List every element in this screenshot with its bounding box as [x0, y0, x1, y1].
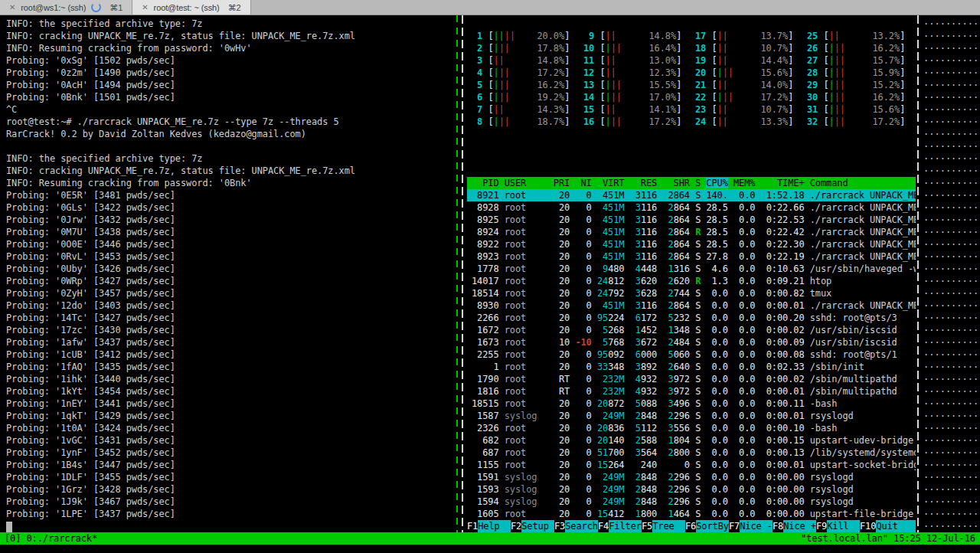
- terminal-line: Probing: '1fAQ' [3435 pwds/sec]: [6, 361, 453, 373]
- cpu-meter-row: 8 [||| 18.7%]16 [||| 17.2%]24 [|| 13.3%]…: [467, 116, 916, 128]
- cpu-meter-row: 7 [|| 14.3%]15 [|| 14.1%]23 [|| 10.7%]31…: [467, 103, 916, 116]
- process-row[interactable]: 18515 root 20 0 20872 5088 3496 S 0.0 0.…: [467, 398, 916, 410]
- tab-ws1[interactable]: ✕ root@ws1:~ (ssh) ⌘1: [0, 0, 132, 15]
- process-row[interactable]: 1155 root 20 0 15264 240 0 S 0.0 0.0 0:0…: [467, 459, 916, 471]
- terminal-line: INFO: the specified archive type: 7z: [6, 152, 453, 165]
- fkey-label[interactable]: Filter: [609, 520, 642, 532]
- dotted-line: ··········: [923, 91, 980, 103]
- fkey-label[interactable]: Kill: [827, 520, 860, 532]
- fkey-f1[interactable]: F1: [467, 520, 478, 532]
- tab-shortcut: ⌘1: [109, 2, 122, 14]
- fkey-label[interactable]: Help: [478, 520, 511, 532]
- fkey-label[interactable]: Setup: [521, 520, 554, 532]
- dotted-line: ··········: [923, 398, 980, 410]
- process-row[interactable]: 8921 root 20 0 451M 3116 2864 S 140. 0.0…: [467, 189, 916, 201]
- process-row[interactable]: 1790 root RT 0 232M 4932 3972 S 0.0 0.0 …: [467, 373, 916, 385]
- tab-bar: ✕ root@ws1:~ (ssh) ⌘1 ✕ root@test: ~ (ss…: [0, 0, 980, 15]
- terminal-line: Probing: '1J9k' [3467 pwds/sec]: [6, 496, 453, 508]
- load-average: Load average: 6.76 4.66 2.70: [670, 140, 877, 152]
- terminal-line: INFO: the specified archive type: 7z: [6, 18, 453, 30]
- fkey-f8[interactable]: F8: [773, 520, 783, 532]
- fkey-f3[interactable]: F3: [554, 520, 565, 532]
- tab-title: root@test: ~ (ssh): [154, 2, 220, 14]
- dotted-line: ··········: [923, 434, 980, 447]
- dotted-line: ··········: [923, 287, 980, 299]
- terminal-line: Probing: '1vGC' [3431 pwds/sec]: [6, 434, 453, 447]
- terminal-line: INFO: cracking UNPACK_ME_re.7z, status f…: [6, 30, 453, 42]
- fkey-label[interactable]: SortBy: [696, 520, 729, 532]
- terminal-line: INFO: Resuming cracking from password: '…: [6, 42, 453, 54]
- terminal-line: Probing: '1ihk' [3440 pwds/sec]: [6, 373, 453, 385]
- process-row[interactable]: 1 root 20 0 33348 3892 2640 S 0.0 0.0 0:…: [467, 361, 916, 373]
- tab-title: root@ws1:~ (ssh): [21, 2, 86, 14]
- dotted-line: ··········: [923, 238, 980, 250]
- fkey-f10[interactable]: F10: [860, 520, 876, 532]
- fkey-f2[interactable]: F2: [511, 520, 521, 532]
- process-row[interactable]: 1594 syslog 20 0 249M 2848 2296 S 0.0 0.…: [467, 496, 916, 508]
- status-host-clock: "test.local.lan" 15:25 12-Jul-16: [801, 532, 975, 545]
- dotted-line: ··········: [923, 483, 980, 496]
- process-row[interactable]: 8924 root 20 0 451M 3116 2864 R 28.5 0.0…: [467, 226, 916, 238]
- dotted-line: ··········: [923, 189, 980, 201]
- process-row[interactable]: 687 root 20 0 51700 3564 2800 S 0.0 0.0 …: [467, 447, 916, 459]
- dotted-line: ··········: [923, 103, 980, 116]
- dotted-line: ··········: [923, 152, 980, 165]
- terminal-line: Probing: '17zc' [3430 pwds/sec]: [6, 324, 453, 336]
- process-row[interactable]: 1587 syslog 20 0 249M 2848 2296 S 0.0 0.…: [467, 410, 916, 422]
- fkey-f4[interactable]: F4: [598, 520, 609, 532]
- process-row[interactable]: 2255 root 20 0 95092 6000 5060 S 0.0 0.0…: [467, 348, 916, 361]
- terminal-content: INFO: the specified archive type: 7zINFO…: [0, 15, 980, 532]
- terminal-line: Probing: '12do' [3403 pwds/sec]: [6, 299, 453, 312]
- process-row[interactable]: 18514 root 20 0 24792 3628 2744 S 0.0 0.…: [467, 287, 916, 299]
- fkey-label[interactable]: Search: [565, 520, 598, 532]
- fkey-label[interactable]: Tree: [652, 520, 685, 532]
- process-row[interactable]: 2326 root 20 0 20836 5112 3556 S 0.0 0.0…: [467, 422, 916, 434]
- fkey-label[interactable]: Quit: [876, 520, 909, 532]
- process-row[interactable]: 14017 root 20 0 24812 3620 2620 R 1.3 0.…: [467, 275, 916, 287]
- terminal-line: Probing: '1afw' [3437 pwds/sec]: [6, 336, 453, 348]
- terminal-line: Probing: '0E5R' [3481 pwds/sec]: [6, 189, 453, 201]
- process-table-header[interactable]: PID USER PRI NI VIRT RES SHR S CPU% MEM%…: [467, 177, 916, 189]
- process-row[interactable]: 1605 root 20 0 15412 1800 1464 S 0.0 0.0…: [467, 508, 916, 520]
- process-row[interactable]: 2266 root 20 0 95224 6172 5232 S 0.0 0.0…: [467, 312, 916, 324]
- right-pane[interactable]: ········································…: [923, 15, 980, 532]
- process-row[interactable]: 1591 syslog 20 0 249M 2848 2296 S 0.0 0.…: [467, 471, 916, 483]
- tab-shortcut: ⌘2: [228, 2, 241, 14]
- close-icon[interactable]: ✕: [142, 2, 148, 14]
- process-row[interactable]: 1778 root 20 0 9480 4448 1316 S 4.6 0.0 …: [467, 263, 916, 275]
- uptime: Uptime: 00:18:35: [670, 152, 812, 165]
- status-session-window[interactable]: [0] 0:./rarcrack*: [5, 532, 97, 545]
- close-icon[interactable]: ✕: [9, 2, 15, 14]
- dotted-line: ··········: [923, 250, 980, 263]
- process-row[interactable]: 8925 root 20 0 451M 3116 2864 S 28.5 0.0…: [467, 214, 916, 226]
- process-row[interactable]: 8930 root 20 0 451M 3116 2864 S 0.0 0.0 …: [467, 299, 916, 312]
- fkey-f5[interactable]: F5: [642, 520, 652, 532]
- dotted-line: ··········: [923, 226, 980, 238]
- process-row[interactable]: 8923 root 20 0 451M 3116 2864 S 27.8 0.0…: [467, 250, 916, 263]
- terminal-line: Probing: '0z2m' [1490 pwds/sec]: [6, 67, 453, 79]
- rarcrack-pane[interactable]: INFO: the specified archive type: 7zINFO…: [0, 15, 453, 532]
- fkey-f6[interactable]: F6: [685, 520, 696, 532]
- process-row[interactable]: 682 root 20 0 20140 2588 1804 S 0.0 0.0 …: [467, 434, 916, 447]
- terminal-line: Probing: '0Jrw' [3432 pwds/sec]: [6, 214, 453, 226]
- dotted-line: ··········: [923, 496, 980, 508]
- dotted-line: ··········: [923, 373, 980, 385]
- fkey-f7[interactable]: F7: [729, 520, 740, 532]
- process-row[interactable]: 8928 root 20 0 451M 3116 2864 S 28.5 0.0…: [467, 201, 916, 214]
- process-row[interactable]: 8922 root 20 0 451M 3116 2864 S 28.5 0.0…: [467, 238, 916, 250]
- fkey-f9[interactable]: F9: [816, 520, 827, 532]
- pane-border-green: [456, 15, 458, 532]
- fkey-label[interactable]: Nice +: [783, 520, 816, 532]
- process-row[interactable]: 1816 root RT 0 232M 4932 3972 S 0.0 0.0 …: [467, 385, 916, 398]
- terminal-line: [6, 140, 453, 152]
- fkey-label[interactable]: Nice -: [740, 520, 773, 532]
- terminal-line: Probing: '1qkT' [3429 pwds/sec]: [6, 410, 453, 422]
- dotted-line: ··········: [923, 520, 980, 532]
- terminal-line: Probing: '1kYt' [3454 pwds/sec]: [6, 385, 453, 398]
- process-row[interactable]: 1673 root 10 -10 5768 3672 2484 S 0.0 0.…: [467, 336, 916, 348]
- process-row[interactable]: 1593 syslog 20 0 249M 2848 2296 S 0.0 0.…: [467, 483, 916, 496]
- htop-pane[interactable]: 1 [|||| 20.0%] 9 [|| 14.8%]17 [|| 13.7%]…: [467, 15, 916, 532]
- tmux-status-bar: [0] 0:./rarcrack* "test.local.lan" 15:25…: [0, 532, 980, 545]
- process-row[interactable]: 1672 root 20 0 5268 1452 1348 S 0.0 0.0 …: [467, 324, 916, 336]
- tab-test[interactable]: ✕ root@test: ~ (ssh) ⌘2: [132, 0, 250, 15]
